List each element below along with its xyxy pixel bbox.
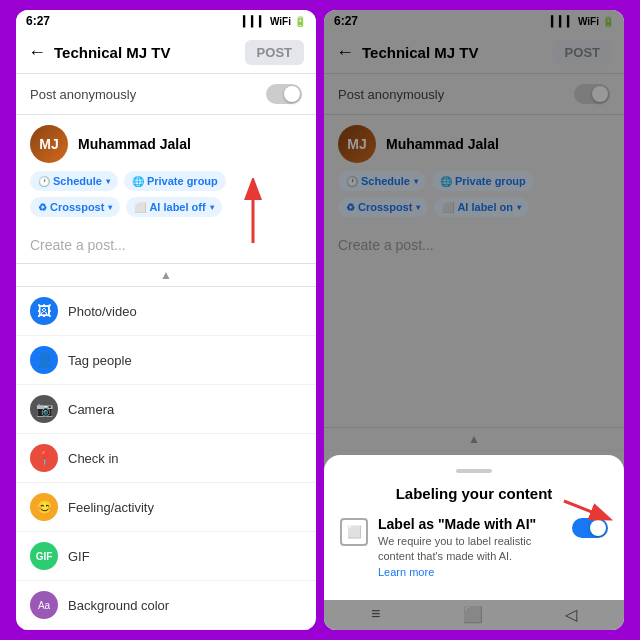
crosspost-icon: ♻ <box>38 202 47 213</box>
ai-icon-left: ⬜ <box>134 202 146 213</box>
action-buttons-left: 🕐 Schedule ▾ 🌐 Private group ♻ Crosspost… <box>30 171 302 217</box>
page-title-left: Technical MJ TV <box>54 44 237 61</box>
media-options-left: 🖼 Photo/video 👤 Tag people 📷 Camera 📍 Ch… <box>16 286 316 630</box>
avatar-left: MJ <box>30 125 68 163</box>
photo-label: Photo/video <box>68 304 137 319</box>
photo-icon: 🖼 <box>30 297 58 325</box>
anon-toggle-left[interactable] <box>266 84 302 104</box>
camera-item[interactable]: 📷 Camera <box>16 385 316 434</box>
user-name-left: Muhammad Jalal <box>78 136 191 152</box>
label-content: Label as "Made with AI" We require you t… <box>378 516 562 580</box>
create-post-left[interactable]: Create a post... <box>16 227 316 263</box>
schedule-icon: 🕐 <box>38 176 50 187</box>
svg-line-3 <box>564 501 602 516</box>
label-modal: Labeling your content ⬜ Label as "Made w… <box>324 455 624 600</box>
private-group-btn-right[interactable]: 🌐 Private group <box>432 171 534 191</box>
checkin-icon: 📍 <box>30 444 58 472</box>
signal-icon-r: ▎▎▎ <box>551 16 575 27</box>
anon-label-right: Post anonymously <box>338 87 444 102</box>
ai-label-btn-left[interactable]: ⬜ Al label off ▾ <box>126 197 221 217</box>
avatar-right: MJ <box>338 125 376 163</box>
crosspost-label-r: Crosspost <box>358 201 412 213</box>
ai-label-right: Al label on <box>457 201 513 213</box>
wifi-icon-r: WiFi <box>578 16 599 27</box>
bg-icon: Aa <box>30 591 58 619</box>
photo-video-item[interactable]: 🖼 Photo/video <box>16 287 316 336</box>
back-button-right[interactable]: ← <box>336 42 354 63</box>
anon-row-right: Post anonymously <box>324 74 624 115</box>
bottom-nav-right: ≡ ⬜ ◁ <box>324 598 624 630</box>
ai-label-btn-right[interactable]: ⬜ Al label on ▾ <box>434 197 529 217</box>
ai-icon-right: ⬜ <box>442 202 454 213</box>
feeling-icon: 😊 <box>30 493 58 521</box>
right-screen: 6:27 ▎▎▎ WiFi 🔋 ← Technical MJ TV POST P… <box>324 10 624 630</box>
create-post-right[interactable]: Create a post... <box>324 227 624 427</box>
camera-label: Camera <box>68 402 114 417</box>
tag-icon: 👤 <box>30 346 58 374</box>
time-right: 6:27 <box>334 14 358 28</box>
chevron-icon-r3: ▾ <box>517 203 521 212</box>
anon-label-left: Post anonymously <box>30 87 136 102</box>
chevron-icon2: ▾ <box>108 203 112 212</box>
header-right: ← Technical MJ TV POST <box>324 32 624 74</box>
schedule-btn-left[interactable]: 🕐 Schedule ▾ <box>30 171 118 191</box>
tag-people-item[interactable]: 👤 Tag people <box>16 336 316 385</box>
checkin-item[interactable]: 📍 Check in <box>16 434 316 483</box>
chevron-icon-r: ▾ <box>414 177 418 186</box>
globe-icon-r: 🌐 <box>440 176 452 187</box>
camera-icon: 📷 <box>30 395 58 423</box>
anon-toggle-right[interactable] <box>574 84 610 104</box>
schedule-icon-r: 🕐 <box>346 176 358 187</box>
anon-row-left: Post anonymously <box>16 74 316 115</box>
schedule-label-r: Schedule <box>361 175 410 187</box>
gif-item[interactable]: GIF GIF <box>16 532 316 581</box>
ai-label-icon: ⬜ <box>340 518 368 546</box>
private-label: Private group <box>147 175 218 187</box>
home-icon-r[interactable]: ⬜ <box>463 605 483 624</box>
crosspost-btn-right[interactable]: ♻ Crosspost ▾ <box>338 197 428 217</box>
back-button-left[interactable]: ← <box>28 42 46 63</box>
feeling-item[interactable]: 😊 Feeling/activity <box>16 483 316 532</box>
divider-right: ▲ <box>324 427 624 450</box>
divider-left: ▲ <box>16 263 316 286</box>
page-title-right: Technical MJ TV <box>362 44 545 61</box>
gif-icon: GIF <box>30 542 58 570</box>
crosspost-btn-left[interactable]: ♻ Crosspost ▾ <box>30 197 120 217</box>
crosspost-label: Crosspost <box>50 201 104 213</box>
label-desc: We require you to label realistic conten… <box>378 534 562 580</box>
label-title: Label as "Made with AI" <box>378 516 562 532</box>
ai-toggle[interactable] <box>572 518 608 538</box>
chevron-up-icon: ▲ <box>160 268 172 282</box>
chevron-icon: ▾ <box>106 177 110 186</box>
screens-container: 6:27 ▎▎▎ WiFi 🔋 ← Technical MJ TV POST P… <box>8 2 632 638</box>
left-screen: 6:27 ▎▎▎ WiFi 🔋 ← Technical MJ TV POST P… <box>16 10 316 630</box>
chevron-up-icon-r: ▲ <box>468 432 480 446</box>
ai-label-left: Al label off <box>149 201 205 213</box>
status-bar-right: 6:27 ▎▎▎ WiFi 🔋 <box>324 10 624 32</box>
private-group-btn-left[interactable]: 🌐 Private group <box>124 171 226 191</box>
modal-handle <box>456 469 492 473</box>
gif-label: GIF <box>68 549 90 564</box>
wifi-icon: WiFi <box>270 16 291 27</box>
post-button-right[interactable]: POST <box>553 40 612 65</box>
crosspost-icon-r: ♻ <box>346 202 355 213</box>
modal-title: Labeling your content <box>340 485 608 502</box>
schedule-btn-right[interactable]: 🕐 Schedule ▾ <box>338 171 426 191</box>
hamburger-icon-r[interactable]: ≡ <box>371 605 380 624</box>
user-name-right: Muhammad Jalal <box>386 136 499 152</box>
battery-icon: 🔋 <box>294 16 306 27</box>
user-row-right: MJ Muhammad Jalal <box>338 125 610 163</box>
bg-label: Background color <box>68 598 169 613</box>
checkin-label: Check in <box>68 451 119 466</box>
user-section-right: MJ Muhammad Jalal 🕐 Schedule ▾ 🌐 Private… <box>324 115 624 227</box>
action-buttons-right: 🕐 Schedule ▾ 🌐 Private group ♻ Crosspost… <box>338 171 610 217</box>
post-button-left[interactable]: POST <box>245 40 304 65</box>
back-nav-icon-r[interactable]: ◁ <box>565 605 577 624</box>
battery-icon-r: 🔋 <box>602 16 614 27</box>
learn-more-link[interactable]: Learn more <box>378 566 434 578</box>
label-row: ⬜ Label as "Made with AI" We require you… <box>340 516 608 580</box>
bg-color-item[interactable]: Aa Background color <box>16 581 316 630</box>
status-bar-left: 6:27 ▎▎▎ WiFi 🔋 <box>16 10 316 32</box>
schedule-label: Schedule <box>53 175 102 187</box>
feeling-label: Feeling/activity <box>68 500 154 515</box>
